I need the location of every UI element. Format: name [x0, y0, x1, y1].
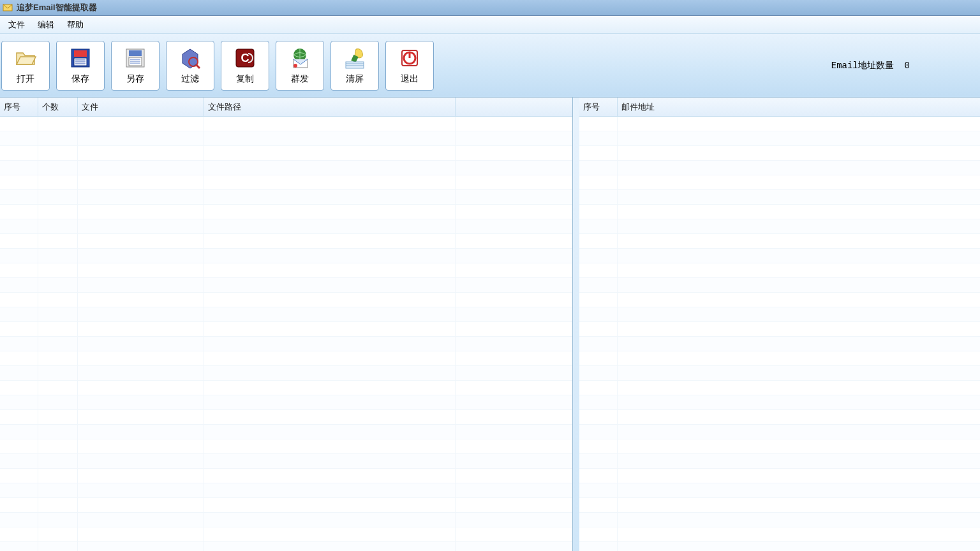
left-table-body[interactable] [0, 117, 572, 551]
title-bar: 追梦Email智能提取器 [0, 0, 980, 16]
tool-bar: 打开 保存 另存 过滤 C 复制 群发 清屏 [0, 34, 980, 98]
clear-button[interactable]: 清屏 [330, 41, 379, 91]
table-row[interactable] [0, 322, 572, 337]
table-row[interactable] [579, 190, 980, 205]
table-row[interactable] [579, 249, 980, 263]
table-row[interactable] [579, 381, 980, 395]
clear-screen-icon [343, 47, 366, 70]
table-row[interactable] [0, 278, 572, 293]
table-row[interactable] [579, 454, 980, 469]
menu-help[interactable]: 帮助 [61, 17, 90, 33]
app-icon [3, 3, 13, 13]
menu-edit[interactable]: 编辑 [31, 17, 61, 33]
table-row[interactable] [579, 117, 980, 131]
table-row[interactable] [0, 410, 572, 425]
open-button[interactable]: 打开 [1, 41, 50, 91]
table-row[interactable] [579, 498, 980, 513]
mass-send-button[interactable]: 群发 [276, 41, 324, 91]
table-row[interactable] [579, 131, 980, 146]
table-row[interactable] [0, 146, 572, 161]
table-row[interactable] [579, 439, 980, 454]
svg-rect-8 [129, 50, 142, 56]
table-row[interactable] [0, 454, 572, 469]
copy-button[interactable]: C 复制 [221, 41, 269, 91]
table-row[interactable] [579, 322, 980, 337]
left-col-4[interactable] [456, 98, 572, 116]
table-row[interactable] [579, 219, 980, 234]
right-col-0[interactable]: 序号 [579, 98, 618, 116]
table-row[interactable] [579, 395, 980, 410]
table-row[interactable] [0, 513, 572, 527]
table-row[interactable] [0, 219, 572, 234]
filter-label: 过滤 [181, 73, 199, 85]
table-row[interactable] [579, 483, 980, 498]
table-row[interactable] [0, 117, 572, 131]
left-col-0[interactable]: 序号 [0, 98, 38, 116]
table-row[interactable] [0, 293, 572, 307]
table-row[interactable] [0, 307, 572, 322]
copy-icon: C [234, 47, 256, 70]
table-row[interactable] [0, 483, 572, 498]
table-row[interactable] [579, 410, 980, 425]
table-row[interactable] [579, 542, 980, 551]
table-row[interactable] [0, 351, 572, 366]
table-row[interactable] [0, 161, 572, 175]
table-row[interactable] [0, 249, 572, 263]
svg-line-14 [197, 65, 200, 68]
table-row[interactable] [579, 278, 980, 293]
table-row[interactable] [579, 234, 980, 249]
table-row[interactable] [579, 366, 980, 381]
table-row[interactable] [0, 205, 572, 219]
save-as-label: 另存 [126, 73, 144, 85]
table-row[interactable] [579, 263, 980, 278]
right-col-1[interactable]: 邮件地址 [618, 98, 980, 116]
table-row[interactable] [0, 234, 572, 249]
table-row[interactable] [0, 131, 572, 146]
table-row[interactable] [579, 293, 980, 307]
save-as-icon [124, 47, 147, 70]
table-row[interactable] [0, 395, 572, 410]
table-row[interactable] [579, 146, 980, 161]
svg-rect-2 [74, 50, 87, 57]
table-row[interactable] [579, 337, 980, 351]
table-row[interactable] [0, 498, 572, 513]
table-row[interactable] [579, 351, 980, 366]
table-row[interactable] [0, 425, 572, 439]
table-row[interactable] [579, 175, 980, 190]
table-row[interactable] [579, 425, 980, 439]
table-row[interactable] [0, 439, 572, 454]
table-row[interactable] [579, 469, 980, 483]
menu-file[interactable]: 文件 [2, 17, 31, 33]
copy-label: 复制 [236, 73, 254, 85]
table-row[interactable] [0, 366, 572, 381]
table-row[interactable] [0, 263, 572, 278]
table-row[interactable] [0, 175, 572, 190]
window-title: 追梦Email智能提取器 [17, 2, 97, 13]
svg-point-19 [293, 64, 297, 68]
table-row[interactable] [0, 527, 572, 542]
table-row[interactable] [579, 205, 980, 219]
left-col-1[interactable]: 个数 [38, 98, 78, 116]
splitter[interactable] [573, 98, 579, 551]
content-area: 序号个数文件文件路径 序号邮件地址 [0, 98, 980, 551]
filter-icon [179, 47, 202, 70]
left-col-3[interactable]: 文件路径 [204, 98, 456, 116]
table-row[interactable] [0, 469, 572, 483]
save-disk-icon [69, 47, 92, 70]
table-row[interactable] [579, 513, 980, 527]
save-as-button[interactable]: 另存 [111, 41, 160, 91]
table-row[interactable] [0, 381, 572, 395]
table-row[interactable] [0, 337, 572, 351]
save-label: 保存 [71, 73, 89, 85]
table-row[interactable] [579, 161, 980, 175]
save-button[interactable]: 保存 [56, 41, 105, 91]
table-row[interactable] [579, 307, 980, 322]
table-row[interactable] [579, 527, 980, 542]
table-row[interactable] [0, 190, 572, 205]
table-row[interactable] [0, 542, 572, 551]
exit-button[interactable]: 退出 [385, 41, 434, 91]
right-table-body[interactable] [579, 117, 980, 551]
exit-icon [398, 47, 421, 70]
filter-button[interactable]: 过滤 [166, 41, 214, 91]
left-col-2[interactable]: 文件 [78, 98, 204, 116]
